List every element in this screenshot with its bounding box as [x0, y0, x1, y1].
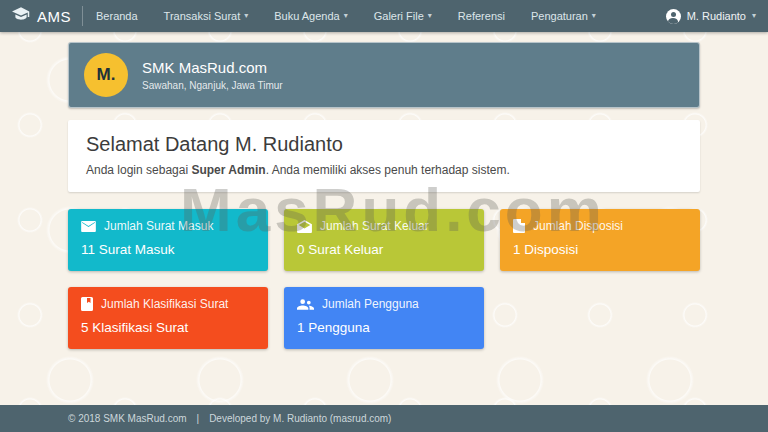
tile-title: Jumlah Pengguna [322, 297, 419, 311]
book-icon [81, 297, 93, 311]
school-logo: M. [84, 53, 128, 97]
tile-value: 11 Surat Masuk [81, 242, 255, 257]
welcome-message: Anda login sebagai Super Admin. Anda mem… [86, 163, 682, 177]
stats-grid: Jumlah Surat Masuk 11 Surat Masuk Jumlah… [68, 209, 700, 349]
navbar-divider [82, 6, 83, 26]
user-menu[interactable]: M. Rudianto ▾ [666, 9, 756, 24]
nav-item-transaksi-surat[interactable]: Transaksi Surat▾ [164, 10, 249, 22]
chevron-down-icon: ▾ [752, 12, 756, 20]
page-footer: © 2018 SMK MasRud.com | Developed by M. … [0, 405, 768, 432]
document-icon [513, 219, 525, 233]
tile-disposisi[interactable]: Jumlah Disposisi 1 Disposisi [500, 209, 700, 271]
mail-closed-icon [81, 221, 96, 232]
brand-name: AMS [37, 8, 71, 25]
welcome-card: Selamat Datang M. Rudianto Anda login se… [68, 120, 700, 192]
user-avatar-icon [666, 9, 681, 24]
tile-value: 1 Pengguna [297, 320, 471, 335]
tile-title: Jumlah Surat Masuk [104, 219, 213, 233]
school-name: SMK MasRud.com [142, 59, 283, 76]
navbar-menu: Beranda Transaksi Surat▾ Buku Agenda▾ Ga… [96, 10, 666, 22]
chevron-down-icon: ▾ [244, 12, 248, 20]
tile-title: Jumlah Surat Keluar [320, 219, 429, 233]
welcome-title: Selamat Datang M. Rudianto [86, 133, 682, 156]
footer-separator: | [197, 413, 200, 424]
mail-open-icon [297, 220, 312, 233]
school-address: Sawahan, Nganjuk, Jawa Timur [142, 80, 283, 91]
tile-surat-keluar[interactable]: Jumlah Surat Keluar 0 Surat Keluar [284, 209, 484, 271]
user-role: Super Admin [191, 163, 265, 177]
nav-item-referensi[interactable]: Referensi [458, 10, 505, 22]
top-navbar: AMS Beranda Transaksi Surat▾ Buku Agenda… [0, 0, 768, 32]
tile-pengguna[interactable]: Jumlah Pengguna 1 Pengguna [284, 287, 484, 349]
school-banner: M. SMK MasRud.com Sawahan, Nganjuk, Jawa… [68, 42, 700, 108]
nav-item-buku-agenda[interactable]: Buku Agenda▾ [274, 10, 347, 22]
chevron-down-icon: ▾ [592, 12, 596, 20]
tile-title: Jumlah Disposisi [533, 219, 623, 233]
main-content: M. SMK MasRud.com Sawahan, Nganjuk, Jawa… [68, 32, 700, 349]
user-name: M. Rudianto [687, 10, 746, 22]
users-icon [297, 299, 314, 310]
chevron-down-icon: ▾ [428, 12, 432, 20]
tile-klasifikasi-surat[interactable]: Jumlah Klasifikasi Surat 5 Klasifikasi S… [68, 287, 268, 349]
nav-item-pengaturan[interactable]: Pengaturan▾ [531, 10, 596, 22]
nav-item-beranda[interactable]: Beranda [96, 10, 138, 22]
chevron-down-icon: ▾ [344, 12, 348, 20]
tile-value: 1 Disposisi [513, 242, 687, 257]
tile-value: 0 Surat Keluar [297, 242, 471, 257]
tile-value: 5 Klasifikasi Surat [81, 320, 255, 335]
tile-title: Jumlah Klasifikasi Surat [101, 297, 228, 311]
graduation-cap-icon [12, 7, 30, 25]
brand-logo[interactable]: AMS [12, 7, 71, 25]
footer-credit: Developed by M. Rudianto (masrud.com) [209, 413, 391, 424]
footer-copyright: © 2018 SMK MasRud.com [68, 413, 187, 424]
tile-surat-masuk[interactable]: Jumlah Surat Masuk 11 Surat Masuk [68, 209, 268, 271]
nav-item-galeri-file[interactable]: Galeri File▾ [374, 10, 432, 22]
